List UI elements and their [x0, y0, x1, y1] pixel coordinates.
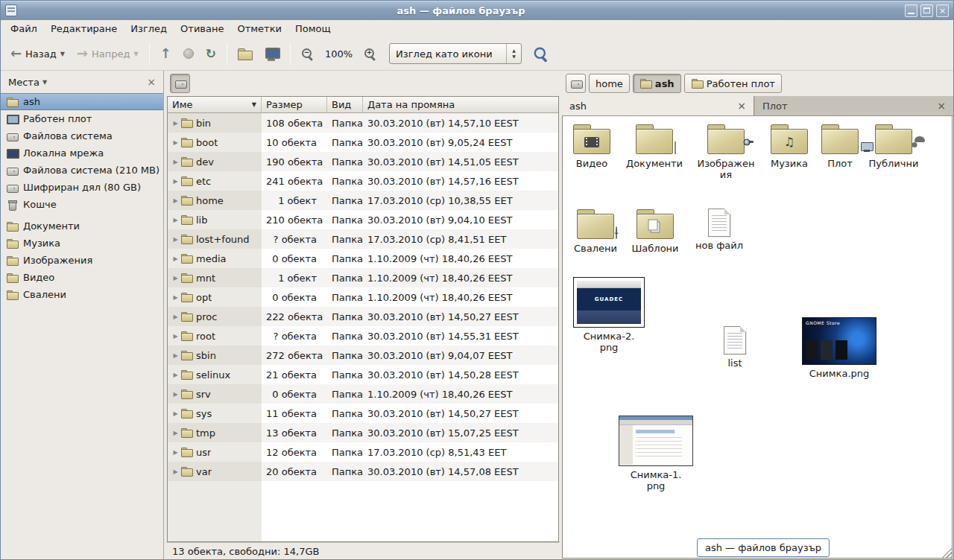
expander-icon[interactable]: ▶	[171, 236, 180, 243]
table-row[interactable]: ▶proc222 обектаПапка30.03.2010 (вт) 14,5…	[168, 307, 558, 326]
path-button-ash[interactable]: ash	[633, 74, 681, 93]
tab-close-icon[interactable]: ×	[937, 101, 946, 111]
icon-item-templates[interactable]: Шаблони	[628, 209, 682, 254]
path-button-desktop[interactable]: Работен плот	[684, 74, 782, 93]
icon-view[interactable]: Видео Документи Изображения Музика Плот	[562, 116, 953, 559]
spinner-arrows-icon[interactable]: ▲▼	[506, 44, 521, 63]
menu-bookmarks[interactable]: Отметки	[230, 22, 288, 36]
table-row[interactable]: ▶var20 обектаПапка30.03.2010 (вт) 14,57,…	[168, 462, 558, 481]
up-button[interactable]: ↑	[155, 44, 177, 63]
column-header-date[interactable]: Дата на промяна	[363, 97, 558, 113]
table-row[interactable]: ▶srv0 обектаПапка1.10.2009 (чт) 18,40,26…	[168, 384, 558, 404]
root-path-button[interactable]	[566, 74, 586, 93]
expander-icon[interactable]: ▶	[171, 178, 180, 185]
sidebar-title[interactable]: Места	[8, 77, 40, 88]
expander-icon[interactable]: ▶	[171, 120, 180, 127]
table-row[interactable]: ▶media0 обектаПапка1.10.2009 (чт) 18,40,…	[168, 249, 558, 268]
expander-icon[interactable]: ▶	[171, 314, 180, 320]
expander-icon[interactable]: ▶	[171, 430, 180, 436]
sidebar-item-trash[interactable]: Кошче	[1, 196, 163, 213]
back-button[interactable]: ← Назад ▼	[5, 44, 70, 63]
sidebar-item-encrypted-80gb[interactable]: Шифриран дял (80 GB)	[1, 179, 163, 196]
table-row[interactable]: ▶selinux21 обектаПапка30.03.2010 (вт) 14…	[168, 365, 558, 384]
sidebar-item-pictures[interactable]: Изображения	[1, 252, 163, 269]
table-row[interactable]: ▶lost+found? обектаПапка17.03.2010 (ср) …	[168, 229, 558, 249]
table-row[interactable]: ▶sbin272 обектаПапка30.03.2010 (вт) 9,04…	[168, 346, 558, 365]
menu-view[interactable]: Изглед	[124, 22, 174, 36]
table-row[interactable]: ▶mnt1 обектПапка1.10.2009 (чт) 18,40,26 …	[168, 268, 558, 287]
maximize-button[interactable]	[920, 4, 933, 17]
sidebar-item-ash[interactable]: ash	[1, 93, 163, 110]
table-row[interactable]: ▶home1 обектПапка17.03.2010 (ср) 10,38,5…	[168, 191, 558, 210]
expander-icon[interactable]: ▶	[171, 275, 180, 281]
table-row[interactable]: ▶usr12 обектаПапка17.03.2010 (ср) 8,51,4…	[168, 442, 558, 462]
sidebar-item-network[interactable]: Локална мрежа	[1, 144, 163, 162]
sidebar-item-desktop[interactable]: Работен плот	[1, 110, 163, 127]
expander-icon[interactable]: ▶	[171, 197, 180, 204]
path-button-home[interactable]: home	[589, 74, 630, 93]
zoom-in-button[interactable]: +	[358, 45, 382, 63]
column-header-name[interactable]: Име▼	[168, 97, 262, 113]
tab-close-icon[interactable]: ×	[737, 101, 746, 111]
icon-item-videos[interactable]: Видео	[564, 124, 619, 169]
sidebar-item-downloads[interactable]: Свалени	[1, 286, 163, 303]
minimize-button[interactable]	[905, 4, 917, 17]
tab-desktop[interactable]: Плот ×	[754, 96, 953, 115]
icon-item-list[interactable]: list	[709, 326, 761, 369]
icon-item-snimka1[interactable]: Снимка-1.png	[615, 416, 697, 491]
root-path-button[interactable]	[170, 74, 190, 93]
icon-item-documents[interactable]: Документи	[624, 124, 685, 169]
table-row[interactable]: ▶tmp13 обектаПапка30.03.2010 (вт) 15,07,…	[168, 423, 558, 442]
table-row[interactable]: ▶etc241 обектаПапка30.03.2010 (вт) 14,57…	[168, 171, 558, 191]
expander-icon[interactable]: ▶	[171, 468, 180, 475]
icon-item-snimka2[interactable]: GUADEC Снимка-2.png	[570, 277, 648, 353]
home-button[interactable]	[233, 45, 258, 63]
back-history-caret-icon[interactable]: ▼	[60, 51, 65, 57]
icon-item-public[interactable]: Публични	[865, 124, 922, 169]
column-header-size[interactable]: Размер	[262, 97, 327, 113]
icon-item-pictures[interactable]: Изображения	[697, 124, 755, 180]
menu-help[interactable]: Помощ	[288, 22, 338, 36]
icon-item-desktop[interactable]: Плот	[816, 124, 864, 169]
column-header-type[interactable]: Вид	[327, 97, 363, 113]
sidebar-dropdown-icon[interactable]: ▼	[42, 79, 47, 86]
stop-button[interactable]	[178, 45, 199, 62]
menu-edit[interactable]: Редактиране	[44, 22, 124, 36]
close-button[interactable]: ×	[936, 4, 949, 17]
sidebar-item-filesystem[interactable]: Файлова система	[1, 127, 163, 144]
sidebar-close-icon[interactable]: ×	[147, 76, 156, 88]
tab-ash[interactable]: ash ×	[562, 96, 754, 115]
icon-item-music[interactable]: Музика	[764, 124, 815, 169]
expander-icon[interactable]: ▶	[171, 333, 180, 340]
menu-file[interactable]: Файл	[4, 22, 44, 36]
expander-icon[interactable]: ▶	[171, 255, 180, 262]
sidebar-item-documents[interactable]: Документи	[1, 217, 163, 235]
titlebar[interactable]: ash — файлов браузър ×	[1, 1, 953, 20]
sidebar-item-filesystem-210mb[interactable]: Файлова система (210 MB)	[1, 162, 163, 179]
menu-go[interactable]: Отиване	[174, 22, 230, 36]
icon-item-downloads[interactable]: Свалени	[567, 209, 624, 254]
expander-icon[interactable]: ▶	[171, 449, 180, 456]
icon-item-new-file[interactable]: нов файл	[691, 209, 748, 251]
expander-icon[interactable]: ▶	[171, 159, 180, 165]
table-row[interactable]: ▶root? обектаПапка30.03.2010 (вт) 14,55,…	[168, 326, 558, 346]
expander-icon[interactable]: ▶	[171, 410, 180, 417]
table-row[interactable]: ▶lib210 обектаПапка30.03.2010 (вт) 9,04,…	[168, 210, 558, 229]
computer-button[interactable]	[259, 45, 285, 63]
zoom-out-button[interactable]: −	[296, 45, 319, 63]
reload-button[interactable]: ↻	[200, 45, 221, 63]
expander-icon[interactable]: ▶	[171, 352, 180, 359]
table-row[interactable]: ▶bin108 обектаПапка30.03.2010 (вт) 14,57…	[168, 113, 558, 133]
expander-icon[interactable]: ▶	[171, 139, 180, 146]
sidebar-item-videos[interactable]: Видео	[1, 269, 163, 286]
expander-icon[interactable]: ▶	[171, 391, 180, 398]
expander-icon[interactable]: ▶	[171, 294, 180, 301]
expander-icon[interactable]: ▶	[171, 372, 180, 378]
icon-item-snimka[interactable]: GNOME Store Снимка.png	[798, 317, 880, 379]
search-button[interactable]	[529, 45, 552, 63]
expander-icon[interactable]: ▶	[171, 217, 180, 223]
table-row[interactable]: ▶opt0 обектаПапка1.10.2009 (чт) 18,40,26…	[168, 287, 558, 307]
sidebar-item-music[interactable]: Музика	[1, 235, 163, 252]
table-row[interactable]: ▶boot10 обектаПапка30.03.2010 (вт) 9,05,…	[168, 133, 558, 152]
table-row[interactable]: ▶sys11 обектаПапка30.03.2010 (вт) 14,50,…	[168, 404, 558, 423]
